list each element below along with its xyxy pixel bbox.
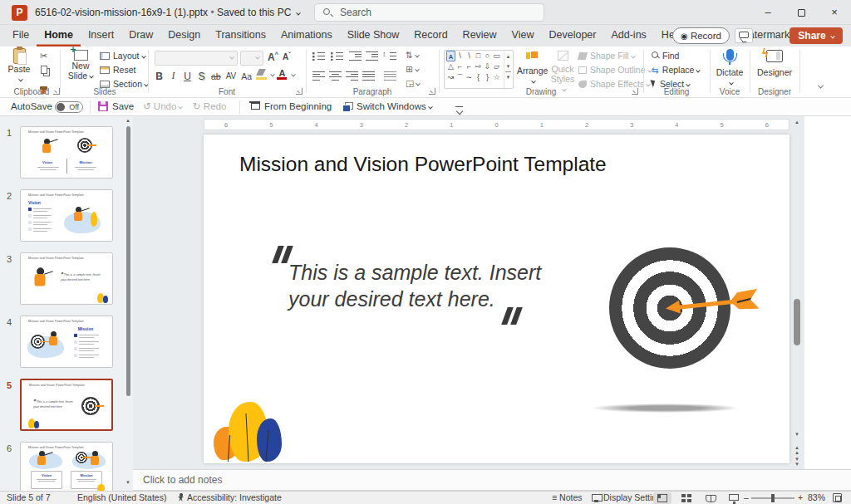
font-dialog-launcher[interactable] (296, 88, 303, 95)
slide-thumbnail-3[interactable]: Mission and Vision PowerPoint Template ❞… (20, 252, 113, 305)
zoom-out-button[interactable]: – (744, 492, 749, 504)
fbtn-item[interactable]: I (169, 70, 178, 82)
gcell-item[interactable]: ▭ (492, 51, 501, 61)
slideshow-view-button[interactable] (725, 492, 743, 504)
scroll-up-icon[interactable]: ▲ (125, 118, 130, 123)
rtab-item[interactable]: Add-ins (603, 25, 653, 46)
panel-scrollbar[interactable]: ▲ ▼ (125, 118, 131, 489)
text-direction-button[interactable]: ⇅ (406, 50, 419, 60)
gcell-item[interactable]: \ (465, 51, 474, 61)
zoom-level[interactable]: 83% (808, 492, 825, 504)
canvas-scrollbar[interactable]: ▲ ▼ ▲▲ ▼▼ (791, 118, 803, 467)
switch-windows-button[interactable]: Switch Windows (342, 98, 432, 116)
minimize-button[interactable]: – (751, 0, 785, 25)
accessibility-status[interactable]: Accessibility: Investigate (177, 492, 282, 504)
numbering-button[interactable] (331, 51, 343, 61)
rtab-item[interactable]: Transitions (208, 25, 273, 46)
align-left-button[interactable] (312, 71, 325, 81)
previous-slide-button[interactable]: ▲▲ (794, 445, 799, 455)
cut-button[interactable]: ✂ (40, 51, 47, 61)
highlight-color-button[interactable] (256, 69, 268, 80)
chevron-down-icon[interactable] (291, 72, 296, 77)
font-name-select[interactable] (155, 51, 238, 66)
maximize-button[interactable] (785, 0, 818, 25)
fbtn-item[interactable]: B (155, 71, 164, 82)
replace-button[interactable]: ⇆Replace (652, 65, 700, 75)
fit-to-window-button[interactable] (833, 493, 842, 502)
slide-thumbnail-2[interactable]: Mission and Vision PowerPoint Template V… (20, 189, 113, 242)
rtab-item[interactable]: File (5, 25, 37, 46)
increase-indent-button[interactable] (366, 51, 378, 61)
slide-thumbnail-6[interactable]: Mission and Vision PowerPoint Template V… (20, 442, 113, 491)
fbtn-item[interactable]: Aa (241, 71, 252, 81)
notes-toggle[interactable]: ≡ Notes (552, 492, 583, 504)
gcell-item[interactable]: } (483, 72, 492, 83)
reading-view-button[interactable] (701, 492, 720, 504)
scroll-down-icon[interactable]: ▼ (125, 480, 130, 485)
gcell-item[interactable]: △ (446, 61, 455, 72)
zoom-slider-thumb[interactable] (771, 494, 775, 502)
grow-font-button[interactable]: A^ (268, 51, 278, 63)
gcell-item[interactable]: ▱ (492, 61, 501, 72)
document-title[interactable]: 6516-02-vision-mission-16x9-1 (1).pptx •… (35, 7, 300, 18)
from-beginning-button[interactable]: From Beginning (249, 98, 332, 116)
gcell-item[interactable]: ⇩ (483, 61, 492, 72)
slide-thumbnail-4[interactable]: Mission and Vision PowerPoint Template M… (20, 316, 113, 368)
canvas-scrollbar-thumb[interactable] (794, 299, 800, 345)
gcell-item[interactable]: ☆ (492, 72, 501, 83)
panel-scrollbar-thumb[interactable] (126, 126, 130, 396)
language-indicator[interactable]: English (United States) (77, 492, 166, 504)
fbtn-item[interactable]: S (197, 71, 206, 82)
shape-fill-button[interactable]: Shape Fill (578, 51, 635, 61)
shrink-font-button[interactable]: Aˇ (283, 51, 291, 61)
gallery-more-icon[interactable]: ▼ (505, 71, 511, 81)
rtab-item[interactable]: Review (455, 25, 504, 46)
arrange-button[interactable]: Arrange (517, 51, 547, 86)
gcell-item[interactable]: \ (455, 51, 465, 61)
gcell-item[interactable]: A (446, 51, 455, 61)
align-center-button[interactable] (329, 71, 342, 81)
align-text-button[interactable]: ⊞ (406, 64, 419, 74)
slide-indicator[interactable]: Slide 5 of 7 (7, 492, 51, 504)
columns-button[interactable] (384, 71, 396, 81)
slide-quote-text[interactable]: This is a sample text. Insert your desir… (288, 259, 563, 312)
search-input[interactable]: Search (314, 3, 544, 22)
shapes-gallery[interactable]: A\\□○▭ △⌐⌐⇨⇩▱ ↝⌒∼{}☆ ▲ ▼ ▼ (444, 50, 514, 89)
record-button[interactable]: ◉ Record (672, 27, 730, 44)
rtab-item[interactable]: Record (406, 25, 455, 46)
rtab-item[interactable]: Insert (81, 25, 121, 46)
justify-button[interactable] (362, 71, 375, 81)
gallery-down-icon[interactable]: ▼ (504, 61, 512, 71)
save-button[interactable]: Save (98, 98, 134, 116)
gcell-item[interactable]: ⌐ (455, 61, 465, 72)
scroll-up-icon[interactable]: ▲ (794, 120, 799, 125)
slide-thumbnail-1[interactable]: Mission and Vision PowerPoint Template V… (20, 126, 113, 179)
zoom-slider[interactable] (751, 497, 794, 499)
slide-sorter-view-button[interactable] (677, 492, 696, 504)
fbtn-item[interactable]: AV (226, 71, 237, 81)
rtab-item[interactable]: Slide Show (340, 25, 407, 46)
autosave-toggle[interactable]: Off (55, 101, 83, 113)
paragraph-dialog-launcher[interactable] (429, 88, 435, 95)
gcell-item[interactable]: ⌐ (465, 61, 474, 72)
redo-button[interactable]: ↻ Redo (193, 98, 226, 116)
scroll-down-icon[interactable]: ▼ (794, 432, 799, 437)
gcell-item[interactable]: ⇨ (474, 61, 483, 72)
slide-thumbnail-5-selected[interactable]: Mission and Vision PowerPoint Template ❞… (20, 379, 113, 431)
dictate-button[interactable]: Dictate (713, 49, 746, 87)
chevron-down-icon[interactable] (270, 72, 275, 77)
shapes-gallery-scroll[interactable]: ▲ ▼ ▼ (504, 51, 512, 88)
find-button[interactable]: Find (652, 51, 679, 61)
undo-button[interactable]: ↺ Undo (143, 98, 182, 116)
collapse-ribbon-icon[interactable] (818, 83, 824, 89)
gcell-item[interactable]: ↝ (446, 72, 455, 83)
copy-button[interactable] (41, 65, 47, 76)
comments-button[interactable] (735, 28, 753, 43)
align-right-button[interactable] (346, 71, 358, 81)
drawing-dialog-launcher[interactable] (632, 88, 638, 95)
rtab-item[interactable]: Draw (121, 25, 160, 46)
gcell-item[interactable]: ∼ (465, 72, 474, 83)
slide-canvas[interactable]: Mission and Vision PowerPoint Template T… (204, 135, 790, 463)
close-button[interactable]: × (818, 0, 851, 25)
shape-outline-button[interactable]: Shape Outline (578, 65, 652, 75)
